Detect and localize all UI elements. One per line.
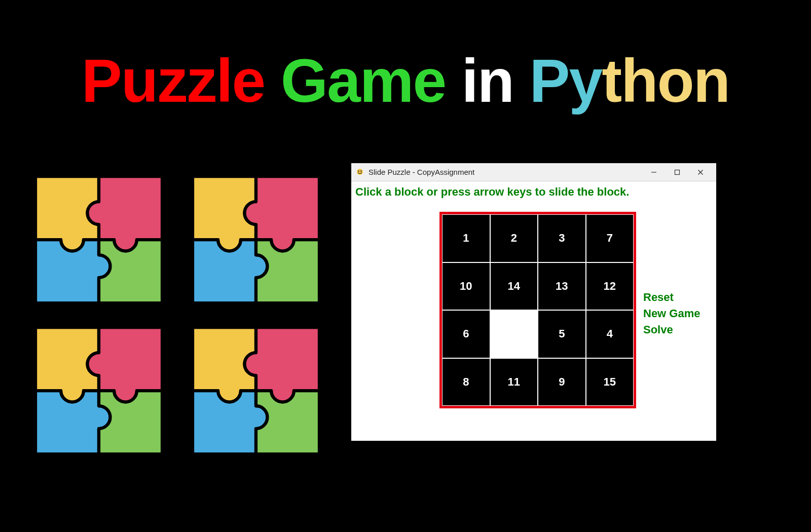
tile-13[interactable]: 13: [538, 262, 586, 311]
tile-10[interactable]: 10: [442, 262, 490, 311]
maximize-button[interactable]: [666, 163, 689, 181]
tile-11[interactable]: 11: [490, 358, 538, 406]
minimize-button[interactable]: [642, 163, 666, 181]
tile-15[interactable]: 15: [586, 358, 634, 406]
puzzle-board: 123710141312654811915: [442, 214, 634, 406]
close-button[interactable]: [689, 163, 712, 181]
new-game-button[interactable]: New Game: [643, 307, 701, 320]
board-frame: 123710141312654811915: [439, 212, 636, 408]
svg-point-1: [358, 170, 359, 171]
puzzle-icon-grid: [35, 176, 319, 454]
title-word-puzzle: Puzzle: [82, 47, 265, 115]
tile-3[interactable]: 3: [538, 214, 586, 262]
page-title: Puzzle Game in Python: [0, 46, 811, 116]
title-word-python: Python: [529, 47, 729, 115]
tile-6[interactable]: 6: [442, 310, 490, 358]
tile-12[interactable]: 12: [586, 262, 634, 311]
title-word-game: Game: [281, 47, 446, 115]
tile-8[interactable]: 8: [442, 358, 490, 406]
tile-1[interactable]: 1: [442, 214, 490, 262]
tile-7[interactable]: 7: [586, 214, 634, 262]
tile-14[interactable]: 14: [490, 262, 538, 311]
puzzle-icon: [193, 176, 319, 303]
puzzle-icon: [35, 327, 162, 454]
slide-puzzle-window: Slide Puzzle - CopyAssignment Click a bl…: [351, 163, 716, 441]
game-area: 123710141312654811915 Reset New Game Sol…: [351, 199, 716, 440]
puzzle-icon: [193, 327, 319, 454]
tile-5[interactable]: 5: [538, 310, 586, 358]
solve-button[interactable]: Solve: [643, 323, 701, 336]
instruction-text: Click a block or press arrow keys to sli…: [351, 181, 716, 199]
close-icon: [697, 169, 704, 175]
reset-button[interactable]: Reset: [643, 291, 701, 304]
window-titlebar[interactable]: Slide Puzzle - CopyAssignment: [351, 163, 716, 181]
tile-2[interactable]: 2: [490, 214, 538, 262]
title-word-in: in: [461, 47, 513, 115]
svg-point-0: [357, 169, 363, 175]
minimize-icon: [651, 169, 657, 175]
tile-9[interactable]: 9: [538, 358, 586, 406]
svg-point-2: [360, 170, 361, 171]
window-title-text: Slide Puzzle - CopyAssignment: [368, 168, 474, 176]
empty-tile: [490, 310, 538, 358]
python-app-icon: [355, 168, 364, 177]
svg-rect-4: [675, 170, 680, 174]
puzzle-icon: [35, 176, 162, 303]
tile-4[interactable]: 4: [586, 310, 634, 358]
maximize-icon: [674, 169, 680, 175]
side-buttons: Reset New Game Solve: [643, 291, 701, 336]
